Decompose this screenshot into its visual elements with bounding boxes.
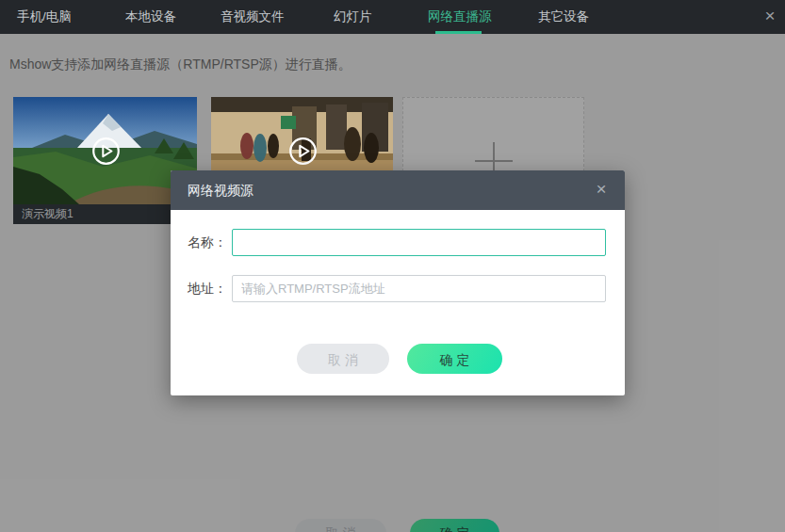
tab-other-devices[interactable]: 其它设备	[538, 0, 589, 34]
name-field-label: 名称：	[188, 229, 227, 255]
app-window: 手机/电脑 本地设备 音视频文件 幻灯片 网络直播源 其它设备 × Mshow支…	[0, 0, 785, 532]
dialog-close-icon[interactable]: ×	[589, 170, 613, 210]
window-close-icon[interactable]: ×	[758, 0, 782, 34]
dialog-title: 网络视频源	[188, 170, 253, 210]
play-icon	[287, 136, 319, 167]
tab-slides[interactable]: 幻灯片	[334, 0, 372, 34]
name-input[interactable]	[232, 229, 606, 256]
tab-local-device[interactable]: 本地设备	[125, 0, 176, 34]
play-icon	[90, 136, 122, 167]
top-nav: 手机/电脑 本地设备 音视频文件 幻灯片 网络直播源 其它设备 ×	[0, 0, 785, 34]
video-thumbnail-mountain[interactable]	[13, 97, 197, 204]
tab-network-live-source[interactable]: 网络直播源	[428, 0, 492, 34]
dialog-cancel-button[interactable]: 取 消	[297, 344, 389, 374]
network-source-dialog: 网络视频源 × 名称： 地址： 取 消 确 定	[171, 170, 625, 395]
dialog-confirm-button[interactable]: 确 定	[407, 344, 502, 374]
dialog-header: 网络视频源 ×	[171, 170, 625, 210]
tab-av-files[interactable]: 音视频文件	[221, 0, 285, 34]
address-input[interactable]	[232, 275, 606, 302]
tab-phone-pc[interactable]: 手机/电脑	[17, 0, 72, 34]
address-field-label: 地址：	[188, 275, 227, 301]
